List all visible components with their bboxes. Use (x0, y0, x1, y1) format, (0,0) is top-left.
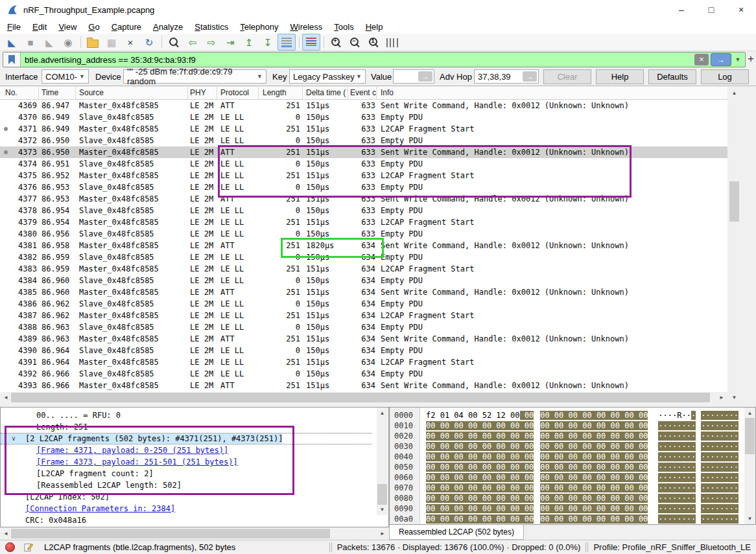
packet-list-vscrollbar[interactable]: ▲ ▼ (729, 87, 740, 403)
adv-hop-input[interactable]: 37,38,39 → (474, 69, 539, 84)
scroll-up-icon[interactable]: ▲ (729, 88, 740, 97)
open-file-button[interactable] (84, 34, 102, 51)
detail-fragment-count[interactable]: [L2CAP fragment count: 2] (1, 468, 372, 479)
hex-row-0010[interactable]: 001000 00 00 00 00 00 00 0000 00 00 00 0… (390, 421, 755, 431)
menu-wireless[interactable]: Wireless (285, 21, 329, 33)
hex-row-0050[interactable]: 005000 00 00 00 00 00 00 0000 00 00 00 0… (390, 462, 755, 472)
defaults-button[interactable]: Defaults (648, 69, 696, 84)
value-submit-icon[interactable]: → (418, 71, 432, 82)
packet-row-4386[interactable]: 438686.962Slave_0x48fc8585LE 2MLE LL0150… (0, 298, 727, 310)
packet-row-4378[interactable]: 437886.954Slave_0x48fc8585LE 2MLE LL0150… (0, 205, 727, 216)
go-to-packet-button[interactable]: ⇥ (221, 34, 239, 51)
go-first-packet-button[interactable]: ↥ (240, 34, 258, 51)
packet-row-4389[interactable]: 438986.963Master_0x48fc8585LE 2MATT25115… (0, 333, 727, 345)
scrollbar-thumb[interactable] (11, 393, 710, 402)
packet-row-4370[interactable]: 437086.949Slave_0x48fc8585LE 2MLE LL0150… (0, 111, 727, 123)
scrollbar-thumb[interactable] (377, 484, 387, 505)
menu-telephony[interactable]: Telephony (234, 21, 284, 33)
packet-row-4376[interactable]: 437686.953Slave_0x48fc8585LE 2MLE LL0150… (0, 181, 727, 193)
hex-row-0020[interactable]: 002000 00 00 00 00 00 00 0000 00 00 00 0… (390, 431, 755, 441)
find-packet-button[interactable] (165, 34, 183, 51)
column-header-length[interactable]: Length (259, 87, 303, 99)
clear-button[interactable]: Clear (543, 69, 591, 84)
resize-columns-button[interactable] (383, 34, 401, 51)
column-header-event[interactable]: Event c (348, 87, 377, 99)
packet-row-4388[interactable]: 438886.963Slave_0x48fc8585LE 2MLE LL0150… (0, 321, 727, 333)
hex-row-0040[interactable]: 004000 00 00 00 00 00 00 0000 00 00 00 0… (390, 452, 755, 462)
zoom-out-button[interactable]: − (346, 34, 364, 51)
menu-tools[interactable]: Tools (328, 21, 359, 33)
maximize-button[interactable]: □ (696, 0, 726, 19)
expander-icon[interactable]: ∨ (12, 433, 16, 444)
scroll-right-icon[interactable]: ► (378, 528, 387, 539)
start-capture-button[interactable]: ◣ (3, 34, 21, 51)
scroll-down-icon[interactable]: ▼ (744, 514, 755, 523)
menu-help[interactable]: Help (360, 21, 389, 33)
detail-reassembled-length[interactable]: [Reassembled L2CAP length: 502] (1, 479, 372, 491)
detail-l2cap-index[interactable]: [L2CAP Index: 502] (1, 491, 372, 503)
stop-capture-button[interactable]: ■ (21, 34, 40, 51)
column-header-time[interactable]: Time (39, 87, 76, 99)
details-hscrollbar[interactable]: ◄ ► (0, 528, 388, 539)
detail-frame-4371-link[interactable]: [Frame: 4371, payload: 0-250 (251 bytes)… (1, 444, 372, 456)
device-select[interactable]: "" -25 dBm fe:7f:d9:de:c9:79 random▼ (123, 69, 266, 84)
close-button[interactable]: × (726, 0, 756, 19)
column-header-phy[interactable]: PHY (188, 87, 217, 99)
save-file-button[interactable]: ▦ (102, 34, 121, 51)
scroll-left-icon[interactable]: ◄ (1, 392, 10, 403)
scroll-down-icon[interactable]: ▼ (377, 505, 388, 514)
scrollbar-thumb[interactable] (729, 181, 739, 222)
capture-options-button[interactable]: ◉ (59, 34, 77, 51)
help-button[interactable]: Help (596, 69, 644, 84)
hex-row-0060[interactable]: 006000 00 00 00 00 00 00 0000 00 00 00 0… (390, 472, 755, 483)
filter-bookmark-button[interactable] (3, 52, 21, 67)
menu-view[interactable]: View (53, 21, 82, 33)
clear-filter-button[interactable]: × (694, 54, 709, 65)
auto-scroll-button[interactable] (278, 34, 296, 51)
display-filter-input[interactable]: btle.advertising_address == 35:3d:9c:ba:… (3, 52, 746, 67)
filter-dropdown-icon[interactable]: ▼ (733, 56, 742, 63)
expert-info-icon[interactable] (5, 542, 15, 552)
detail-l2cap-fragments[interactable]: ∨[2 L2CAP fragments (502 bytes): #4371(2… (1, 433, 372, 444)
packet-row-4375[interactable]: 437586.952Master_0x48fc8585LE 2MLE LL251… (0, 170, 727, 181)
packet-row-4393[interactable]: 439386.966Master_0x48fc8585LE 2MATT25115… (0, 380, 727, 391)
scroll-up-icon[interactable]: ▲ (377, 409, 388, 417)
detail-crc[interactable]: CRC: 0x048a16 (1, 514, 372, 526)
packet-row-4379[interactable]: 437986.954Master_0x48fc8585LE 2MLE LL251… (0, 216, 727, 228)
tab-reassembled-l2cap[interactable]: Reassembled L2CAP (502 bytes) (389, 525, 524, 540)
apply-filter-button[interactable]: → (711, 53, 731, 66)
capture-file-comment-icon[interactable] (24, 542, 34, 552)
scrollbar-thumb[interactable] (11, 529, 330, 538)
scroll-down-icon[interactable]: ▼ (729, 393, 740, 402)
close-file-button[interactable]: × (121, 34, 139, 51)
menu-go[interactable]: Go (82, 21, 105, 33)
zoom-reset-button[interactable]: 1 (364, 34, 383, 51)
detail-frame-4373-link[interactable]: [Frame: 4373, payload: 251-501 (251 byte… (1, 456, 372, 468)
scroll-right-icon[interactable]: ► (717, 392, 726, 403)
packet-row-4372[interactable]: 437286.950Slave_0x48fc8585LE 2MLE LL0150… (0, 135, 727, 146)
go-back-button[interactable]: ⇦ (183, 34, 202, 51)
packet-row-4374[interactable]: 437486.951Slave_0x48fc8585LE 2MLE LL0150… (0, 158, 727, 170)
display-filter-value[interactable]: btle.advertising_address == 35:3d:9c:ba:… (21, 55, 694, 65)
scrollbar-thumb[interactable] (745, 418, 755, 454)
hex-row-0000[interactable]: 0000f2 01 04 00 52 12 00 0000 00 00 00 0… (390, 410, 755, 421)
packet-row-4392[interactable]: 439286.966Slave_0x48fc8585LE 2MLE LL0150… (0, 368, 727, 380)
packet-row-4384[interactable]: 438486.960Slave_0x48fc8585LE 2MLE LL0150… (0, 275, 727, 286)
column-header-protocol[interactable]: Protocol (217, 87, 259, 99)
detail-rfu[interactable]: 00.. .... = RFU: 0 (1, 410, 372, 421)
reload-file-button[interactable]: ↻ (140, 34, 158, 51)
packet-row-4381[interactable]: 438186.958Master_0x48fc8585LE 2MATT25118… (0, 240, 727, 251)
packet-row-4377[interactable]: 437786.953Master_0x48fc8585LE 2MATT25115… (0, 193, 727, 205)
scroll-left-icon[interactable]: ◄ (1, 528, 10, 539)
details-vscrollbar[interactable]: ▲ ▼ (377, 408, 388, 515)
packet-row-4371[interactable]: 437186.949Master_0x48fc8585LE 2MLE LL251… (0, 123, 727, 135)
scroll-up-icon[interactable]: ▲ (744, 409, 755, 417)
packet-list-hscrollbar[interactable]: ◄ ► (0, 392, 727, 403)
status-profile[interactable]: Profile: Profile_nRF_Sniffer_Bluetooth_L… (593, 542, 751, 552)
packet-row-4369[interactable]: 436986.947Master_0x48fc8585LE 2MATT25115… (0, 100, 727, 111)
detail-length[interactable]: Length: 251 (1, 421, 372, 433)
packet-row-4373[interactable]: 437386.950Master_0x48fc8585LE 2MATT25115… (0, 146, 727, 158)
detail-connection-parameters-link[interactable]: [Connection Parameters in: 2384] (1, 503, 372, 514)
packet-row-4391[interactable]: 439186.964Master_0x48fc8585LE 2MLE LL251… (0, 356, 727, 368)
go-last-packet-button[interactable]: ↧ (259, 34, 277, 51)
